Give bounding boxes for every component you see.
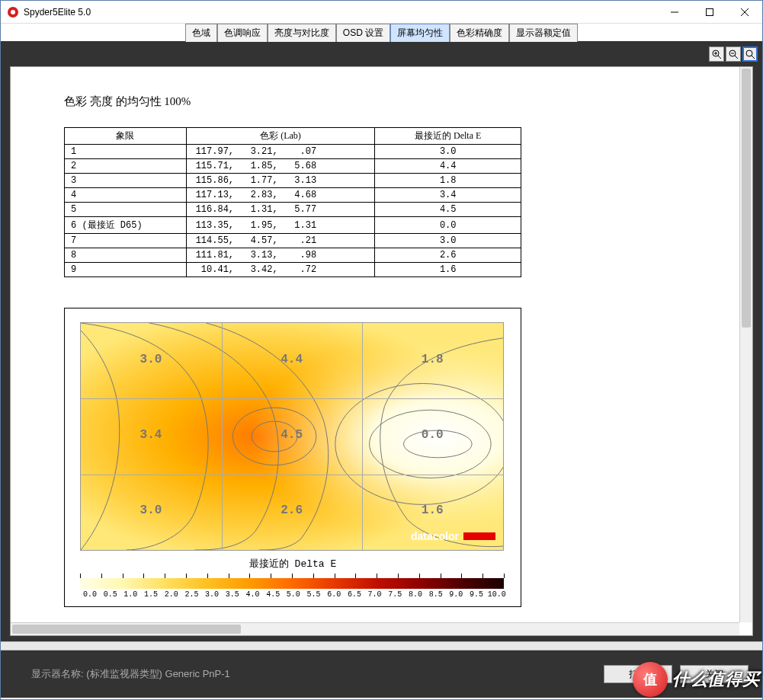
vertical-scrollbar[interactable] [739,67,752,622]
tab-brightness[interactable]: 亮度与对比度 [268,24,336,42]
colorbar-tick-label: 3.5 [223,590,242,599]
colorbar-tick-label: 0.5 [101,590,120,599]
svg-point-19 [370,410,491,478]
maximize-button[interactable] [692,1,727,24]
app-icon [7,6,19,18]
cell-deltae: 3.0 [375,145,521,159]
heatmap-value: 2.6 [281,503,303,517]
colorbar-tick-label: 2.0 [162,590,181,599]
colorbar-tick-label: 10.0 [487,590,507,599]
cell-deltae: 1.8 [375,174,521,188]
heatmap-value: 4.4 [281,353,303,366]
cell-deltae: 1.6 [375,263,521,277]
uniformity-table: 象限 色彩 (Lab) 最接近的 Delta E 1117.97, 3.21, … [64,127,521,277]
tab-rating[interactable]: 显示器额定值 [509,24,578,42]
colorbar-tick-label: 9.5 [466,590,486,599]
cell-lab: 115.86, 1.77, 3.13 [186,174,375,188]
print-button[interactable]: 打印 [604,665,672,683]
colorbar-tick-label: 4.0 [243,590,263,599]
cell-quadrant: 1 [65,145,187,159]
table-row: 5116.84, 1.31, 5.774.5 [65,203,521,217]
heatmap-value: 4.5 [281,428,303,442]
heatmap-value: 1.6 [422,503,444,517]
table-row: 1117.97, 3.21, .073.0 [65,145,521,159]
cell-lab: 117.97, 3.21, .07 [186,145,375,159]
tab-osd[interactable]: OSD 设置 [336,24,390,42]
minimize-button[interactable] [657,1,692,24]
tab-tone[interactable]: 色调响应 [217,24,268,42]
close-button[interactable] [727,1,762,24]
report-title: 色彩 亮度 的均匀性 100% [64,94,699,109]
window-title: Spyder5Elite 5.0 [24,7,657,18]
report-page: 色彩 亮度 的均匀性 100% 象限 色彩 (Lab) 最接近的 Delta E… [10,66,753,636]
table-row: 2115.71, 1.85, 5.684.4 [65,159,521,174]
heatmap: 3.04.41.83.44.50.03.02.61.6 datacolor [80,322,504,551]
colorbar-tick-label: 8.5 [426,590,446,599]
tab-strip: 色域 色调响应 亮度与对比度 OSD 设置 屏幕均匀性 色彩精确度 显示器额定值 [1,24,762,42]
close-page-button[interactable]: 关闭 [680,665,749,683]
cell-quadrant: 3 [65,174,187,188]
svg-point-20 [335,383,503,504]
cell-quadrant: 7 [65,234,187,248]
svg-point-21 [232,408,316,465]
cell-quadrant: 9 [65,263,187,277]
colorbar [80,578,504,589]
content-frame: 色彩 亮度 的均匀性 100% 象限 色彩 (Lab) 最接近的 Delta E… [1,42,762,641]
datacolor-logo: datacolor [411,530,495,542]
colorbar-labels: 0.00.51.01.52.02.53.03.54.04.55.05.56.06… [80,590,507,599]
cell-lab: 116.84, 1.31, 5.77 [186,203,375,217]
colorbar-tick-label: 6.5 [345,590,364,599]
horizontal-scrollbar[interactable] [11,622,739,635]
cell-lab: 111.81, 3.13, .98 [186,248,375,263]
colorbar-ticks [80,574,504,578]
svg-line-7 [718,56,721,59]
cell-deltae: 3.0 [375,234,521,248]
svg-line-14 [752,56,755,59]
cell-lab: 115.71, 1.85, 5.68 [186,159,375,174]
table-row: 6 (最接近 D65)113.35, 1.95, 1.310.0 [65,217,521,234]
cell-deltae: 0.0 [375,217,521,234]
cell-lab: 113.35, 1.95, 1.31 [186,217,375,234]
colorbar-tick-label: 5.0 [284,590,303,599]
colorbar-tick-label: 7.0 [365,590,385,599]
heatmap-value: 1.8 [422,353,444,366]
cell-lab: 10.41, 3.42, .72 [186,263,375,277]
tab-gamut[interactable]: 色域 [185,24,217,42]
svg-rect-3 [707,8,713,15]
colorbar-tick-label: 5.5 [304,590,324,599]
cell-deltae: 3.4 [375,188,521,203]
tab-accuracy[interactable]: 色彩精确度 [450,24,509,42]
zoom-fit-button[interactable] [742,46,758,62]
svg-line-11 [735,56,738,59]
zoom-out-button[interactable] [726,46,741,62]
col-deltae: 最接近的 Delta E [375,128,521,145]
heatmap-value: 3.4 [140,428,162,442]
heatmap-panel: 3.04.41.83.44.50.03.02.61.6 datacolor 最接… [64,308,521,607]
cell-deltae: 4.5 [375,203,521,217]
colorbar-tick-label: 4.5 [263,590,283,599]
svg-point-13 [746,50,752,56]
zoom-in-button[interactable] [709,46,724,62]
colorbar-tick-label: 1.0 [120,590,140,599]
cell-quadrant: 2 [65,159,187,174]
cell-quadrant: 5 [65,203,187,217]
table-row: 4117.13, 2.83, 4.683.4 [65,188,521,203]
cell-quadrant: 4 [65,188,187,203]
colorbar-tick-label: 6.0 [324,590,344,599]
cell-quadrant: 6 (最接近 D65) [65,217,187,234]
table-row: 9 10.41, 3.42, .721.6 [65,263,521,277]
footer: 显示器名称: (标准监视器类型) Generic PnP-1 打印 关闭 [1,650,762,698]
monitor-label: 显示器名称: (标准监视器类型) Generic PnP-1 [31,667,230,681]
col-quadrant: 象限 [65,128,187,145]
cell-lab: 117.13, 2.83, 4.68 [186,188,375,203]
colorbar-tick-label: 9.0 [446,590,466,599]
heatmap-value: 3.0 [140,353,162,366]
heatmap-value: 0.0 [422,428,444,442]
colorbar-tick-label: 2.5 [181,590,201,599]
titlebar: Spyder5Elite 5.0 [1,1,762,24]
colorbar-tick-label: 7.5 [385,590,405,599]
col-lab: 色彩 (Lab) [186,128,375,145]
tab-uniformity[interactable]: 屏幕均匀性 [390,24,450,42]
colorbar-tick-label: 0.0 [80,590,100,599]
heatmap-value: 3.0 [140,503,162,517]
